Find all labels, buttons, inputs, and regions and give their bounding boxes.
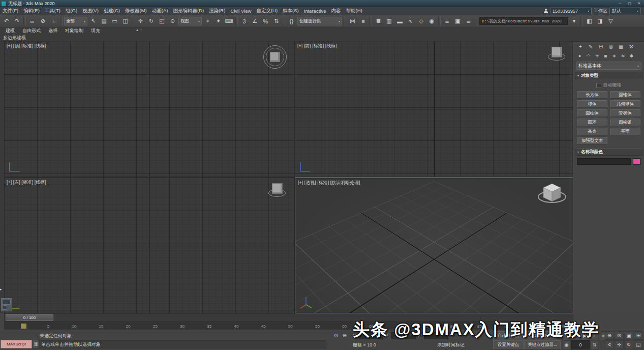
menu-item[interactable]: 修改器(M) xyxy=(122,8,149,14)
snaps-toggle-icon[interactable]: 3 xyxy=(239,16,250,26)
close-button[interactable]: ✕ xyxy=(634,1,644,7)
modify-tab-icon[interactable]: ✎ xyxy=(586,43,596,50)
viewcube[interactable] xyxy=(537,181,567,207)
use-pivot-point-icon[interactable]: ⌖ xyxy=(202,16,213,26)
rectangular-selection-icon[interactable]: ▭ xyxy=(109,16,120,26)
menu-item[interactable]: Interactive xyxy=(301,8,329,14)
ribbon-panel-label[interactable]: 多边形建模 xyxy=(3,35,26,41)
render-setup-icon[interactable]: ☕ xyxy=(442,16,452,26)
ribbon-options-icon[interactable]: ◦ xyxy=(140,27,142,32)
menu-item[interactable]: 视图(V) xyxy=(80,8,101,14)
zoom-extents-all-icon[interactable]: ⊞ xyxy=(634,331,643,340)
spinner-snap-icon[interactable]: ⇅ xyxy=(271,16,282,26)
window-crossing-icon[interactable]: ◫ xyxy=(120,16,131,26)
current-frame-field[interactable]: 0 xyxy=(571,340,590,349)
menu-item[interactable]: 编辑(E) xyxy=(21,8,42,14)
select-and-manipulate-icon[interactable]: ✦ xyxy=(213,16,224,26)
maximize-viewport-icon[interactable]: ◱ xyxy=(634,340,643,349)
systems-category-icon[interactable]: ✱ xyxy=(627,52,636,60)
viewport-layout-tabs-icon[interactable] xyxy=(1,298,12,311)
select-and-place-icon[interactable]: ⊙ xyxy=(167,16,178,26)
viewport-left[interactable]: [+] [左] [标准] [线框] xyxy=(4,178,294,313)
browse-project-icon[interactable]: ▾ xyxy=(569,16,579,26)
object-name-input[interactable] xyxy=(577,158,631,165)
key-filters-button[interactable]: 关键点过滤器... xyxy=(524,340,561,349)
curve-editor-icon[interactable]: ∿ xyxy=(405,16,416,26)
primitive-button[interactable]: 长方体 xyxy=(577,91,607,99)
name-color-rollout[interactable]: 名称和颜色 xyxy=(575,148,642,156)
select-and-scale-icon[interactable]: ◰ xyxy=(157,16,167,26)
menu-item[interactable]: Civil View xyxy=(228,8,254,14)
time-slider-handle[interactable]: 0 / 100 xyxy=(6,314,53,321)
object-type-rollout[interactable]: 对象类型 xyxy=(575,72,642,79)
menu-item[interactable]: 渲染(R) xyxy=(206,8,228,14)
viewport-top-label[interactable]: [+] [顶] [标准] [线框] xyxy=(7,43,46,49)
viewcube[interactable] xyxy=(548,45,565,62)
render-production-icon[interactable]: ☕ xyxy=(463,16,474,26)
geometry-category-icon[interactable]: ● xyxy=(575,52,584,60)
reference-coordinate-dropdown[interactable]: 视图 xyxy=(178,17,202,25)
utilities-tab-icon[interactable]: ⚒ xyxy=(626,43,636,50)
named-selection-sets-dropdown[interactable]: 创建选择集 xyxy=(297,17,342,25)
viewport-front-label[interactable]: [+] [前] [标准] [线框] xyxy=(297,43,337,49)
material-editor-icon[interactable]: ◉ xyxy=(426,16,437,26)
menu-item[interactable]: 动画(A) xyxy=(149,8,171,14)
isolate-selection-icon[interactable]: ⊙ xyxy=(332,332,340,339)
ribbon-tab[interactable]: 对象绘制 xyxy=(62,27,87,35)
create-tab-icon[interactable]: + xyxy=(575,43,586,50)
object-color-swatch[interactable] xyxy=(633,158,640,165)
menu-item[interactable]: 组(G) xyxy=(63,8,80,14)
autogrid-checkbox[interactable] xyxy=(596,83,601,88)
percent-snap-icon[interactable]: % xyxy=(260,16,271,26)
primitive-button[interactable]: 四棱锥 xyxy=(610,119,640,126)
minimize-button[interactable]: ─ xyxy=(615,1,625,7)
menu-item[interactable]: 内容 xyxy=(329,8,344,14)
maximize-button[interactable]: ▢ xyxy=(625,1,634,7)
selection-lock-icon[interactable]: ⊕ xyxy=(341,332,349,339)
align-icon[interactable]: ≡ xyxy=(358,16,369,26)
fov-icon[interactable]: ∢ xyxy=(605,340,614,349)
key-mode-toggle-icon[interactable]: ◉ xyxy=(562,340,571,349)
viewcube[interactable] xyxy=(268,182,286,198)
mirror-icon[interactable]: ⋈ xyxy=(347,16,358,26)
unlink-selection-icon[interactable]: ⊘ xyxy=(38,16,48,26)
redo-icon[interactable]: ↷ xyxy=(12,16,22,26)
motion-tab-icon[interactable]: ◎ xyxy=(606,43,616,50)
select-object-icon[interactable]: ↖ xyxy=(88,16,99,26)
viewport-left-label[interactable]: [+] [左] [标准] [线框] xyxy=(7,179,46,186)
ribbon-tab[interactable]: 选择 xyxy=(45,27,61,35)
primitive-button[interactable]: 圆锥体 xyxy=(610,91,640,99)
frame-spinner[interactable]: ⇅ xyxy=(590,340,599,349)
ribbon-tab[interactable]: 自由形式 xyxy=(19,27,44,35)
menu-item[interactable]: 图形编辑器(D) xyxy=(170,8,206,14)
schematic-view-icon[interactable]: ◇ xyxy=(416,16,426,26)
select-by-name-icon[interactable]: ▤ xyxy=(99,16,109,26)
viewport-top[interactable]: [+] [顶] [标准] [线框] xyxy=(4,41,294,177)
maxscript-mini-listener[interactable]: MAXScript xyxy=(1,340,32,348)
set-key-button[interactable]: 设置关键点 xyxy=(493,340,524,349)
render-more-icon[interactable]: ▽ xyxy=(605,16,616,26)
expand-arrow-icon[interactable]: ▸ xyxy=(0,287,2,291)
workspace-dropdown[interactable]: 默认 xyxy=(609,8,641,14)
menu-item[interactable]: 脚本(S) xyxy=(280,8,301,14)
select-and-link-icon[interactable]: ∞ xyxy=(27,16,38,26)
orbit-icon[interactable]: ↻ xyxy=(624,340,633,349)
primitive-button[interactable]: 几何球体 xyxy=(610,100,640,108)
primitive-button[interactable]: 球体 xyxy=(577,100,607,108)
viewport-perspective-label[interactable]: [+] [透视] [标准] [默认明暗处理] xyxy=(298,180,360,186)
select-and-rotate-icon[interactable]: ↻ xyxy=(146,16,157,26)
add-time-tag[interactable]: 添加时间标记 xyxy=(437,342,465,348)
primitive-button[interactable]: 平面 xyxy=(610,128,640,135)
scene-explorer-icon[interactable]: ≣ xyxy=(373,16,384,26)
current-frame-marker[interactable] xyxy=(21,324,26,329)
zoom-extents-icon[interactable]: ▣ xyxy=(624,331,633,340)
primitive-button[interactable]: 茶壶 xyxy=(577,128,607,135)
render-flyout-icon[interactable]: ◧ xyxy=(584,16,595,26)
render-region-icon[interactable]: ◨ xyxy=(595,16,605,26)
user-account-dropdown[interactable]: 1503392957 xyxy=(550,8,592,14)
select-and-move-icon[interactable]: ✛ xyxy=(135,16,146,26)
primitive-button[interactable]: 圆柱体 xyxy=(577,109,607,117)
undo-icon[interactable]: ↶ xyxy=(1,16,12,26)
display-tab-icon[interactable]: ▦ xyxy=(616,43,626,50)
angle-snap-icon[interactable]: ∠ xyxy=(250,16,260,26)
